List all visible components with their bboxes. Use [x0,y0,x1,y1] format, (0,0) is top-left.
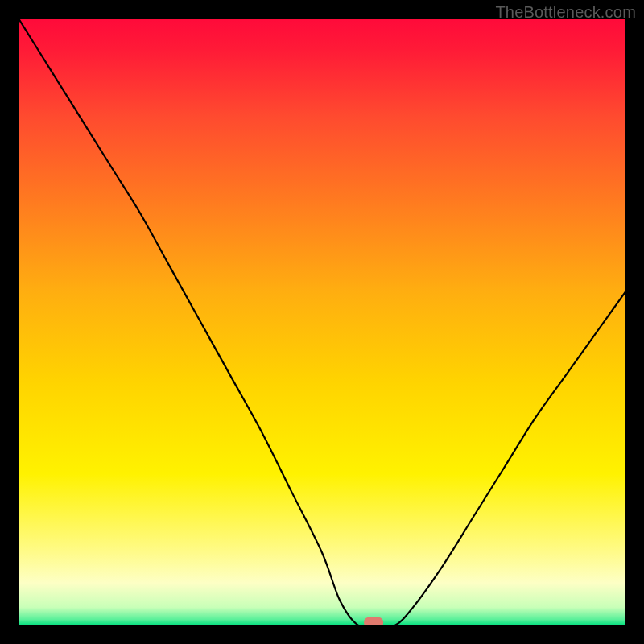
chart-frame: TheBottleneck.com [0,0,644,644]
chart-svg [19,19,625,625]
watermark: TheBottleneck.com [495,3,636,22]
minimum-marker [364,617,383,625]
gradient-background [19,19,625,625]
plot-area [19,19,625,625]
